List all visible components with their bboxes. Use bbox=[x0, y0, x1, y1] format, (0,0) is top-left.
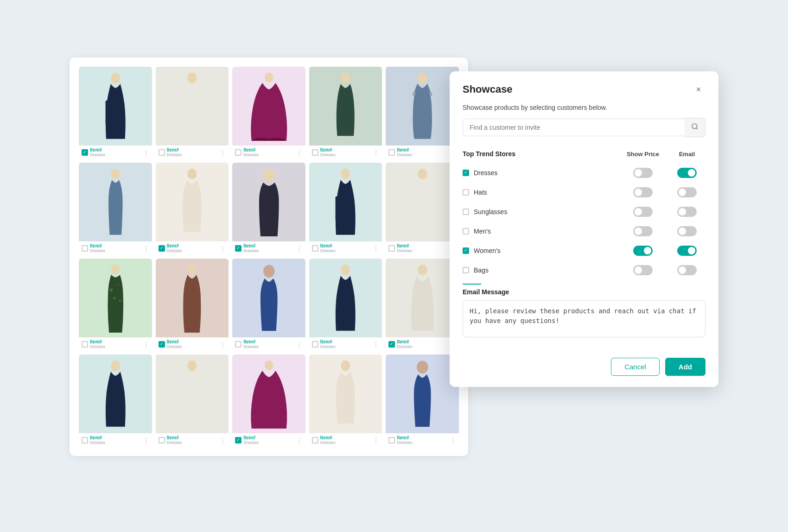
product-card[interactable]: Item# Dresses ⋮ bbox=[232, 67, 305, 159]
customer-search-row bbox=[463, 118, 705, 137]
item-menu[interactable]: ⋮ bbox=[296, 341, 303, 348]
product-card[interactable]: Item# Dresses ⋮ bbox=[386, 67, 459, 159]
item-number: Item# bbox=[90, 339, 105, 344]
item-menu[interactable]: ⋮ bbox=[143, 149, 149, 156]
email-toggle-hats[interactable] bbox=[677, 187, 697, 197]
item-menu[interactable]: ⋮ bbox=[373, 437, 379, 444]
email-toggle-womens[interactable] bbox=[677, 246, 697, 256]
email-toggle-dresses[interactable] bbox=[677, 168, 697, 178]
store-row-left: Women's bbox=[463, 247, 617, 254]
item-checkbox[interactable] bbox=[159, 437, 165, 443]
item-menu[interactable]: ⋮ bbox=[296, 149, 303, 156]
item-checkbox[interactable] bbox=[82, 245, 88, 252]
item-number: Item# bbox=[167, 243, 182, 248]
product-card[interactable]: Item# Dresses ⋮ bbox=[386, 355, 459, 447]
item-checkbox[interactable] bbox=[82, 437, 88, 443]
svg-point-2 bbox=[187, 72, 197, 83]
item-category: Dresses bbox=[243, 152, 259, 157]
show-price-toggle-womens[interactable] bbox=[633, 246, 653, 256]
item-menu[interactable]: ⋮ bbox=[373, 149, 379, 156]
cancel-button[interactable]: Cancel bbox=[611, 358, 660, 376]
store-name-mens: Men's bbox=[474, 228, 491, 235]
item-menu[interactable]: ⋮ bbox=[219, 149, 226, 156]
product-card[interactable]: Item# Dresses ⋮ bbox=[232, 259, 305, 351]
store-checkbox-mens[interactable] bbox=[463, 228, 469, 234]
show-price-toggle-dresses[interactable] bbox=[633, 168, 653, 178]
show-price-toggle-mens[interactable] bbox=[633, 226, 653, 236]
store-checkbox-hats[interactable] bbox=[463, 189, 469, 196]
product-card[interactable]: Item# Dresses ⋮ bbox=[232, 163, 305, 255]
product-card[interactable]: Item# Dresses ⋮ bbox=[79, 259, 152, 351]
item-menu[interactable]: ⋮ bbox=[296, 245, 303, 252]
item-menu[interactable]: ⋮ bbox=[373, 341, 379, 348]
item-checkbox[interactable] bbox=[388, 437, 395, 443]
item-checkbox[interactable] bbox=[159, 245, 165, 252]
item-checkbox[interactable] bbox=[82, 341, 88, 348]
item-menu[interactable]: ⋮ bbox=[219, 437, 226, 444]
store-name-womens: Women's bbox=[474, 247, 501, 254]
item-checkbox[interactable] bbox=[235, 245, 241, 252]
email-toggle-sunglasses[interactable] bbox=[677, 207, 697, 217]
item-number: Item# bbox=[167, 435, 182, 440]
item-category: Dresses bbox=[90, 152, 105, 157]
show-price-toggle-bags[interactable] bbox=[633, 265, 653, 275]
store-checkbox-sunglasses[interactable] bbox=[463, 209, 469, 215]
item-checkbox[interactable] bbox=[235, 437, 241, 443]
customer-search-input[interactable] bbox=[463, 119, 685, 136]
product-card[interactable]: Item# Dresses ⋮ bbox=[309, 67, 382, 159]
item-checkbox[interactable] bbox=[82, 149, 88, 156]
product-card[interactable]: Item# Dresses ⋮ bbox=[156, 259, 229, 351]
product-card[interactable]: Item# Dresses ⋮ bbox=[386, 259, 459, 351]
store-row-mens: Men's bbox=[463, 222, 705, 241]
item-category: Dresses bbox=[397, 248, 412, 253]
product-card[interactable]: Item# Dresses ⋮ bbox=[79, 163, 152, 255]
item-checkbox[interactable] bbox=[312, 437, 318, 443]
product-card[interactable]: Item# Dresses ⋮ bbox=[156, 355, 229, 447]
email-toggle-bags[interactable] bbox=[677, 265, 697, 275]
product-card[interactable]: Item# Dresses ⋮ bbox=[79, 67, 152, 159]
item-category: Dresses bbox=[167, 152, 182, 157]
item-menu[interactable]: ⋮ bbox=[143, 245, 149, 252]
add-button[interactable]: Add bbox=[665, 358, 705, 376]
item-menu[interactable]: ⋮ bbox=[373, 245, 379, 252]
item-checkbox[interactable] bbox=[312, 245, 318, 252]
close-button[interactable]: × bbox=[692, 82, 705, 96]
show-price-toggle-hats[interactable] bbox=[633, 187, 653, 197]
product-card[interactable]: Item# Dresses ⋮ bbox=[309, 163, 382, 255]
item-checkbox[interactable] bbox=[388, 341, 395, 348]
item-checkbox[interactable] bbox=[235, 149, 241, 156]
item-checkbox[interactable] bbox=[388, 245, 395, 252]
item-category: Dresses bbox=[320, 440, 336, 445]
item-menu[interactable]: ⋮ bbox=[450, 437, 456, 444]
email-toggle-mens[interactable] bbox=[677, 226, 697, 236]
item-checkbox[interactable] bbox=[235, 341, 241, 348]
product-card[interactable]: Item# Dresses ⋮ bbox=[156, 67, 229, 159]
item-checkbox[interactable] bbox=[388, 149, 395, 156]
search-button[interactable] bbox=[685, 118, 705, 137]
item-menu[interactable]: ⋮ bbox=[296, 437, 303, 444]
item-checkbox[interactable] bbox=[312, 149, 318, 156]
product-card[interactable]: Item# Dresses ⋮ bbox=[232, 355, 305, 447]
email-message-textarea[interactable]: Hi, please review these products and rea… bbox=[463, 300, 705, 337]
item-menu[interactable]: ⋮ bbox=[143, 437, 149, 444]
item-category: Dresses bbox=[90, 344, 105, 349]
item-menu[interactable]: ⋮ bbox=[143, 341, 149, 348]
store-checkbox-womens[interactable] bbox=[463, 247, 469, 254]
modal-body: Showcase products by selecting customers… bbox=[450, 104, 718, 350]
store-checkbox-dresses[interactable] bbox=[463, 170, 469, 176]
item-checkbox[interactable] bbox=[159, 341, 165, 348]
item-menu[interactable]: ⋮ bbox=[219, 341, 226, 348]
svg-point-11 bbox=[418, 168, 427, 179]
item-menu[interactable]: ⋮ bbox=[219, 245, 226, 252]
item-checkbox[interactable] bbox=[159, 149, 165, 156]
product-card[interactable]: Item# Dresses ⋮ bbox=[79, 355, 152, 447]
item-category: Dresses bbox=[320, 248, 336, 253]
product-card[interactable]: Item# Dresses ⋮ bbox=[309, 355, 382, 447]
store-checkbox-bags[interactable] bbox=[463, 267, 469, 273]
show-price-toggle-sunglasses[interactable] bbox=[633, 207, 653, 217]
product-card[interactable]: Item# Dresses ⋮ bbox=[156, 163, 229, 255]
item-checkbox[interactable] bbox=[312, 341, 318, 348]
product-card[interactable]: Item# Dresses ⋮ bbox=[386, 163, 459, 255]
product-card[interactable]: Item# Dresses ⋮ bbox=[309, 259, 382, 351]
modal-header: Showcase × bbox=[450, 71, 718, 104]
